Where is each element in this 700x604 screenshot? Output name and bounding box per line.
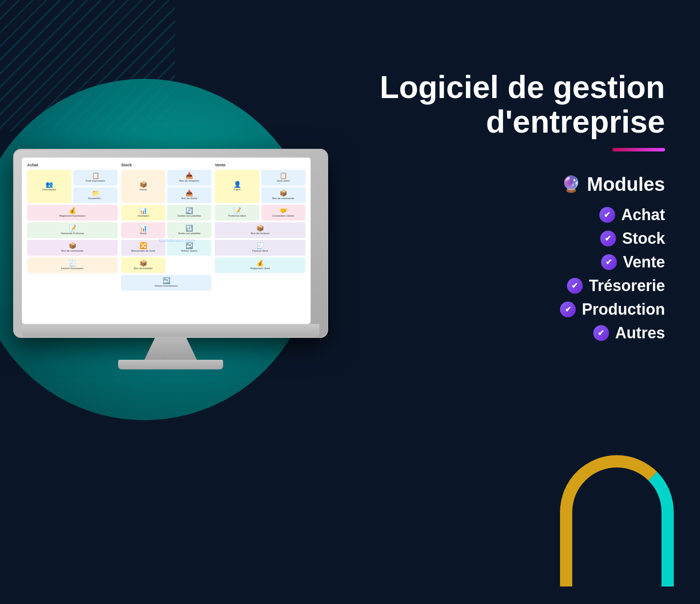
- monitor-frame: Achat 👥 Fournisseur 📋 Avoir fournisseur …: [13, 149, 328, 338]
- article-card[interactable]: 📦 Article: [121, 170, 165, 203]
- right-panel: Logiciel de gestion d'entreprise 🔮 Modul…: [359, 70, 665, 342]
- bon-livraison-card[interactable]: 📦 Bon de livraison: [215, 222, 305, 238]
- list-item: ✔ Vente: [601, 253, 665, 271]
- list-item: ✔ Stock: [600, 229, 665, 248]
- list-item: ✔ Achat: [599, 206, 665, 224]
- check-icon-vente: ✔: [601, 254, 617, 270]
- monitor-bezel-bottom: [22, 324, 319, 337]
- check-icon-stock: ✔: [600, 231, 616, 246]
- proforma-client-card[interactable]: 📝 Proforma client: [215, 205, 259, 221]
- modules-heading: 🔮 Modules: [359, 173, 665, 195]
- client-card[interactable]: 👤 Client: [215, 170, 259, 203]
- fournisseur-card[interactable]: 👥 Fournisseur: [27, 170, 71, 203]
- entree-non-planifiee-card[interactable]: 🔄 Entrée non planifiée: [167, 205, 211, 221]
- bon-commande-achat-card[interactable]: 📦 Bon de commande: [27, 240, 118, 256]
- stock-column: Stock 📦 Article 📥 Bon de réception 📤: [121, 163, 212, 319]
- convention-clients-card[interactable]: 🤝 Convention Clients: [261, 205, 305, 221]
- vente-title: Vente: [215, 163, 305, 167]
- stock-title: Stock: [121, 163, 212, 167]
- stock-card[interactable]: 📊 Stock: [121, 222, 165, 238]
- check-icon-autres: ✔: [593, 325, 609, 341]
- dossier-card[interactable]: 📁 DossierRe...: [73, 187, 117, 203]
- inventaire-card[interactable]: 📊 Inventaire: [121, 205, 165, 221]
- demande-proforma-card[interactable]: 📝 Demande Proforma: [27, 222, 118, 238]
- horseshoe-decoration: [560, 455, 674, 586]
- retour-clients-card[interactable]: ↩️ Retour clients: [167, 240, 211, 256]
- bon-sortie-card[interactable]: 📤 Bon de Sortie: [167, 187, 211, 203]
- monitor-stand: [144, 338, 197, 360]
- modules-section: 🔮 Modules ✔ Achat ✔ Stock ✔ Vente: [359, 173, 665, 342]
- list-item: ✔ Autres: [593, 324, 665, 342]
- avoir-fournisseur-card[interactable]: 📋 Avoir fournisseur: [73, 170, 117, 186]
- bon-transfert-card[interactable]: 📦 Bon de transfert: [121, 257, 165, 273]
- fournisseur-icon: 👥: [46, 181, 53, 187]
- avoir-client-card[interactable]: 📋 Avoir client: [261, 170, 305, 186]
- bon-reception-card[interactable]: 📥 Bon de réception: [167, 170, 211, 186]
- list-item: ✔ Production: [560, 300, 665, 319]
- vente-column: Vente 👤 Client 📋 Avoir client 📦 Bon d: [215, 163, 305, 319]
- facture-client-card[interactable]: 🧾 Facture client: [215, 240, 305, 256]
- check-icon-achat: ✔: [599, 207, 615, 223]
- retour-fournisseurs-card[interactable]: ↩️ Retour fournisseurs: [121, 275, 212, 291]
- modules-icon: 🔮: [561, 175, 581, 193]
- list-item: ✔ Trésorerie: [567, 277, 665, 295]
- achat-column: Achat 👥 Fournisseur 📋 Avoir fournisseur …: [27, 163, 118, 319]
- modules-list: ✔ Achat ✔ Stock ✔ Vente ✔ Trésore: [359, 206, 665, 342]
- achat-title: Achat: [27, 163, 118, 167]
- screen-content: Achat 👥 Fournisseur 📋 Avoir fournisseur …: [22, 158, 311, 324]
- sortie-non-planifiee-card[interactable]: 🔃 Sortie non planifiée: [167, 222, 211, 238]
- check-icon-tresorerie: ✔: [567, 278, 583, 294]
- bon-commande-vente-card[interactable]: 📦 Bon de commande: [261, 187, 305, 203]
- accent-bar: [612, 148, 665, 151]
- mouvement-stock-card[interactable]: 🔀 Mouvement de stock: [121, 240, 165, 256]
- main-title: Logiciel de gestion d'entreprise: [359, 70, 665, 139]
- modules-title: Modules: [587, 173, 665, 195]
- monitor-screen: Achat 👥 Fournisseur 📋 Avoir fournisseur …: [22, 158, 311, 324]
- monitor-display: Achat 👥 Fournisseur 📋 Avoir fournisseur …: [13, 149, 328, 369]
- facture-fournisseur-card[interactable]: 🧾 Facture fournisseur: [27, 257, 118, 273]
- fournisseur-label: Fournisseur: [42, 188, 56, 191]
- reglement-client-card[interactable]: 💰 Règlement client: [215, 257, 305, 273]
- reglement-fournisseur-card[interactable]: 💰 Règlement fournisseur: [27, 205, 118, 221]
- monitor-base: [118, 360, 223, 369]
- check-icon-production: ✔: [560, 302, 576, 317]
